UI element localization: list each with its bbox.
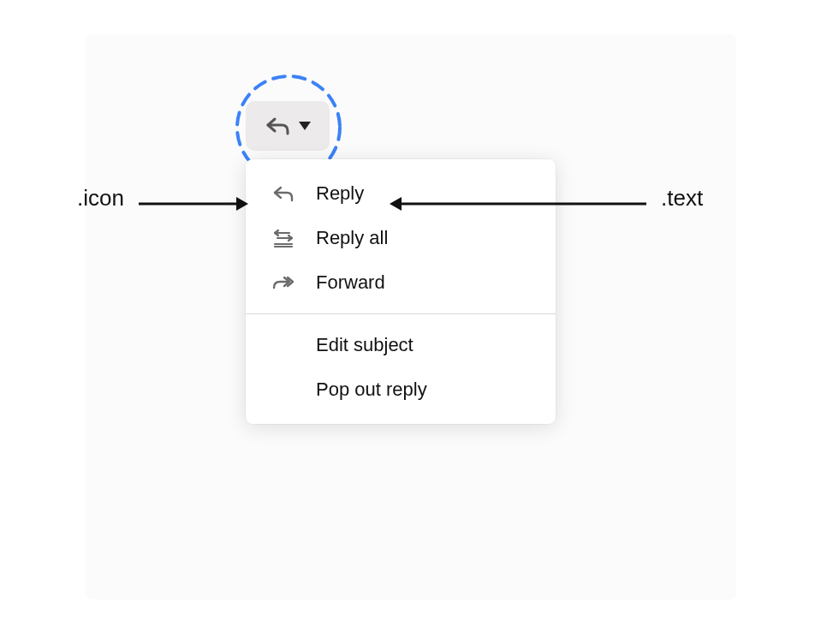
arrow-to-icon xyxy=(139,197,248,211)
menu-item-label: Reply all xyxy=(316,227,388,249)
annotation-icon: .icon xyxy=(77,185,124,212)
caret-down-icon xyxy=(299,122,311,130)
menu-item-reply-all[interactable]: Reply all xyxy=(246,216,556,260)
menu-item-edit-subject[interactable]: Edit subject xyxy=(246,323,556,367)
menu-item-label: Reply xyxy=(316,182,364,205)
menu-item-label: Pop out reply xyxy=(316,379,427,401)
reply-all-icon xyxy=(271,226,295,250)
forward-icon xyxy=(271,271,295,295)
menu-item-pop-out-reply[interactable]: Pop out reply xyxy=(246,367,556,412)
menu-item-label: Edit subject xyxy=(316,334,414,356)
reply-dropdown-trigger[interactable] xyxy=(246,101,330,151)
menu-item-label: Forward xyxy=(316,271,385,294)
diagram-canvas: Reply Reply all xyxy=(86,34,736,599)
reply-icon xyxy=(271,182,295,206)
arrow-to-text xyxy=(390,197,646,211)
reply-arrow-icon xyxy=(265,116,290,136)
menu-item-forward[interactable]: Forward xyxy=(246,260,556,305)
annotation-text: .text xyxy=(661,185,703,212)
menu-divider xyxy=(246,313,556,314)
